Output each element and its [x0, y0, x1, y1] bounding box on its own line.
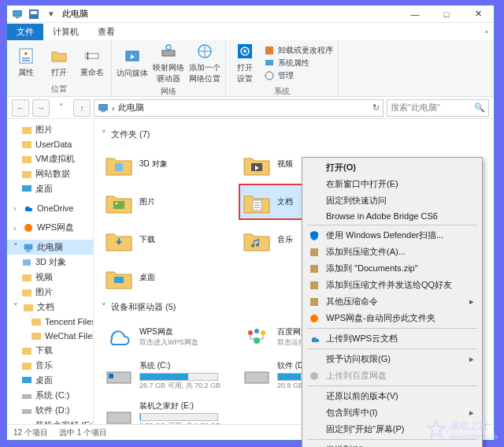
ribbon-sysprops[interactable]: 系统属性 [264, 58, 333, 69]
menu-restore[interactable]: 还原以前的版本(V) [304, 388, 480, 404]
tab-view[interactable]: 查看 [88, 24, 124, 40]
tree-softd[interactable]: 软件 (D:) [7, 403, 93, 418]
tree-downloads[interactable]: 下载 [7, 343, 93, 358]
menu-newwindow[interactable]: 在新窗口中打开(E) [304, 176, 480, 192]
svg-rect-63 [310, 248, 318, 256]
breadcrumb-thispc[interactable]: 此电脑 [118, 102, 144, 114]
explorer-window: ▾ 此电脑 — □ ✕ 文件 计算机 查看 ˄ 属性 打开 重命名 位置 访问媒… [6, 5, 495, 441]
search-icon: 🔍 [474, 102, 485, 113]
ribbon-media[interactable]: 访问媒体 [117, 47, 148, 79]
ribbon-uninstall[interactable]: 卸载或更改程序 [264, 45, 333, 56]
svg-rect-3 [31, 11, 37, 14]
tree-onedrive[interactable]: ›OneDrive [7, 201, 93, 215]
tree-docs[interactable]: ˅文档 [7, 300, 93, 315]
tree-music[interactable]: 音乐 [7, 358, 93, 373]
tree-desk[interactable]: 桌面 [7, 373, 93, 388]
svg-point-28 [24, 224, 32, 232]
item-pics[interactable]: 图片 [102, 184, 239, 219]
tree-videos[interactable]: 视频 [7, 270, 93, 285]
svg-rect-54 [114, 277, 124, 283]
nav-tree[interactable]: 图片 UserData VM虚拟机 网站数据 桌面 ›OneDrive ›WPS… [7, 119, 94, 424]
menu-bridge[interactable]: Browse in Adobe Bridge CS6 [304, 209, 480, 223]
item-downloads[interactable]: 下载 [102, 222, 239, 257]
svg-rect-61 [245, 372, 269, 383]
nav-back-button[interactable]: ← [12, 99, 29, 117]
wps-icon [309, 313, 320, 324]
svg-rect-36 [32, 333, 41, 340]
tree-wps[interactable]: ›WPS网盘 [7, 220, 93, 235]
ribbon-manage[interactable]: 管理 [264, 70, 333, 81]
svg-rect-38 [22, 363, 32, 370]
tree-vm[interactable]: VM虚拟机 [7, 151, 93, 166]
item-desktop[interactable]: 桌面 [102, 260, 239, 295]
refresh-icon[interactable]: ↻ [372, 102, 380, 113]
close-button[interactable]: ✕ [462, 6, 494, 23]
svg-point-56 [254, 329, 259, 333]
svg-rect-53 [254, 207, 260, 208]
maximize-button[interactable]: □ [431, 6, 462, 23]
svg-rect-27 [22, 185, 32, 192]
tree-tencent[interactable]: Tencent Files [7, 315, 93, 329]
ribbon-addloc[interactable]: 添加一个 网络位置 [189, 42, 220, 84]
menu-zipadd[interactable]: 添加到压缩文件(A)... [304, 244, 480, 260]
svg-rect-19 [265, 60, 273, 65]
search-input[interactable]: 搜索"此电脑"🔍 [387, 99, 489, 117]
shield-icon [309, 230, 320, 241]
ribbon-rename[interactable]: 重命名 [78, 47, 106, 78]
svg-rect-48 [113, 201, 124, 209]
ribbon-open[interactable]: 打开 [45, 47, 73, 78]
qat-save-icon[interactable] [28, 8, 40, 20]
menu-wpssync[interactable]: WPS网盘-自动同步此文件夹 [304, 310, 480, 326]
item-zje[interactable]: 装机之家好 (E:)9.73 GB 可用, 共 9.76 GB [102, 397, 239, 424]
svg-point-58 [254, 337, 260, 344]
qat-dropdown-icon[interactable]: ▾ [45, 8, 57, 20]
menu-auth[interactable]: 授予访问权限(G)▸ [304, 351, 480, 367]
svg-point-13 [166, 45, 171, 50]
ribbon-properties[interactable]: 属性 [12, 47, 40, 78]
menu-pinqa[interactable]: 固定到快速访问 [304, 192, 480, 209]
minimize-button[interactable]: — [399, 6, 431, 23]
menu-baiduup[interactable]: 上传到百度网盘 [304, 367, 480, 384]
tree-thispc[interactable]: ˅此电脑 [7, 240, 93, 255]
ribbon-collapse-icon[interactable]: ˄ [480, 30, 494, 40]
pc-icon [12, 9, 23, 20]
ribbon-mapdrive[interactable]: 映射网络 驱动器 [153, 42, 184, 84]
svg-point-20 [265, 72, 273, 80]
tree-zje[interactable]: 装机之家好 (E:) [7, 418, 93, 424]
tree-wechat[interactable]: WeChat Files [7, 329, 93, 343]
tree-pics[interactable]: 图片 [7, 285, 93, 300]
star-icon [425, 419, 447, 441]
svg-rect-21 [99, 104, 108, 110]
menu-wpsupload[interactable]: 上传到WPS云文档 [304, 330, 480, 347]
context-menu: 打开(O) 在新窗口中打开(E) 固定到快速访问 Browse in Adobe… [302, 157, 483, 447]
tab-computer[interactable]: 计算机 [43, 24, 88, 40]
group-folders[interactable]: ˅文件夹 (7) [102, 129, 486, 140]
tree-sysc[interactable]: 系统 (C:) [7, 388, 93, 403]
menu-zipother[interactable]: 其他压缩命令▸ [304, 293, 480, 310]
menu-defender[interactable]: 使用 Windows Defender扫描... [304, 227, 480, 244]
tree-pictures[interactable]: 图片 [7, 122, 93, 137]
tree-userdata[interactable]: UserData [7, 137, 93, 151]
tab-file[interactable]: 文件 [7, 24, 43, 40]
svg-rect-66 [310, 298, 318, 306]
menu-zipdocs[interactable]: 添加到 "Documents.zip" [304, 260, 480, 277]
window-title: 此电脑 [62, 8, 88, 20]
nav-up-button[interactable]: ↑ [73, 99, 91, 117]
nav-history-button[interactable]: ˅ [53, 99, 70, 117]
svg-rect-31 [23, 259, 31, 266]
tree-3d[interactable]: 3D 对象 [7, 255, 93, 270]
tree-desktop1[interactable]: 桌面 [7, 181, 93, 196]
ribbon-settings[interactable]: 打开 设置 [231, 42, 259, 84]
svg-point-67 [310, 315, 318, 322]
item-3dobjects[interactable]: 3D 对象 [102, 147, 239, 181]
item-wpsdrive[interactable]: WPS网盘双击进入WPS网盘 [102, 319, 239, 354]
menu-open[interactable]: 打开(O) [304, 159, 480, 176]
item-sysc[interactable]: 系统 (C:)26.7 GB 可用, 共 70.2 GB [102, 357, 239, 394]
menu-sendto[interactable]: 发送到(N)▸ [304, 441, 480, 447]
address-bar[interactable]: › 此电脑 ↻ [94, 99, 384, 117]
menu-zipqq[interactable]: 添加到压缩文件并发送给QQ好友 [304, 277, 480, 293]
svg-rect-64 [310, 265, 318, 273]
nav-forward-button[interactable]: → [32, 99, 50, 117]
watermark: 装机之家www.lotpc.com [425, 419, 498, 441]
tree-sitedata[interactable]: 网站数据 [7, 166, 93, 181]
